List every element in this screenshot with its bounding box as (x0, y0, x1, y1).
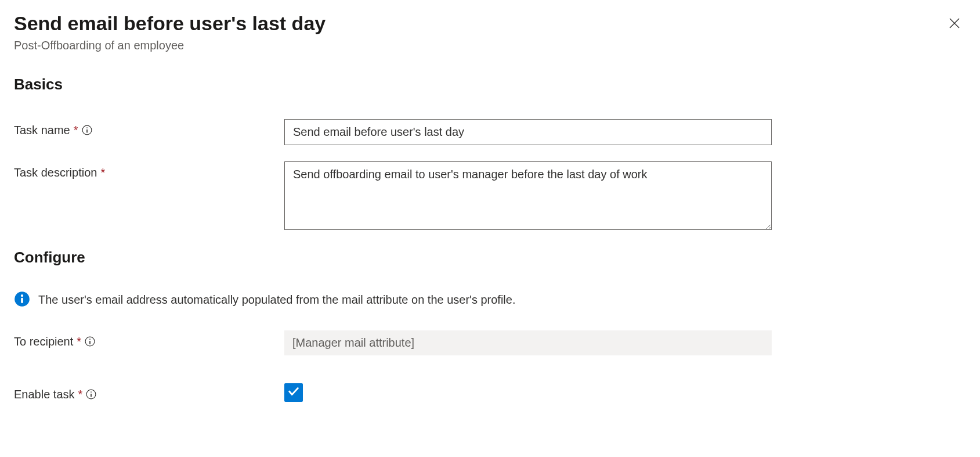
task-name-label: Task name * (14, 119, 284, 137)
enable-task-checkbox-wrap (284, 383, 303, 402)
task-name-row: Task name * (14, 119, 966, 145)
task-name-label-text: Task name (14, 124, 70, 137)
task-description-field-wrap (284, 161, 772, 232)
to-recipient-field-wrap: [Manager mail attribute] (284, 330, 772, 355)
info-banner: The user's email address automatically p… (14, 291, 966, 310)
svg-rect-7 (21, 297, 23, 303)
info-solid-icon (14, 291, 30, 310)
panel-header: Send email before user's last day Post-O… (14, 12, 966, 52)
configure-heading: Configure (14, 249, 966, 267)
required-indicator: * (78, 388, 83, 401)
to-recipient-label: To recipient * (14, 330, 284, 348)
svg-point-13 (91, 391, 92, 393)
to-recipient-readonly: [Manager mail attribute] (284, 330, 772, 355)
required-indicator: * (100, 166, 105, 179)
page-subtitle: Post-Offboarding of an employee (14, 39, 943, 52)
header-text-block: Send email before user's last day Post-O… (14, 12, 943, 52)
info-icon[interactable] (82, 125, 92, 135)
enable-task-label: Enable task * (14, 383, 284, 401)
to-recipient-label-text: To recipient (14, 335, 73, 348)
required-indicator: * (77, 335, 81, 348)
basics-heading: Basics (14, 75, 966, 93)
page-title: Send email before user's last day (14, 12, 943, 35)
enable-task-row: Enable task * (14, 383, 966, 402)
info-banner-text: The user's email address automatically p… (38, 293, 516, 307)
svg-point-6 (21, 294, 23, 297)
svg-point-4 (86, 127, 88, 128)
task-description-label: Task description * (14, 161, 284, 179)
task-name-input[interactable] (284, 119, 772, 145)
close-icon (948, 16, 961, 32)
task-description-row: Task description * (14, 161, 966, 232)
svg-point-10 (89, 339, 91, 340)
task-name-field-wrap (284, 119, 772, 145)
task-description-input[interactable] (284, 161, 772, 230)
checkmark-icon (287, 385, 300, 400)
required-indicator: * (74, 124, 78, 137)
info-icon[interactable] (85, 336, 95, 347)
info-icon[interactable] (86, 389, 96, 400)
task-description-label-text: Task description (14, 166, 97, 179)
enable-task-checkbox[interactable] (284, 383, 303, 402)
close-button[interactable] (943, 12, 966, 37)
enable-task-label-text: Enable task (14, 388, 75, 401)
to-recipient-row: To recipient * [Manager mail attribute] (14, 330, 966, 355)
